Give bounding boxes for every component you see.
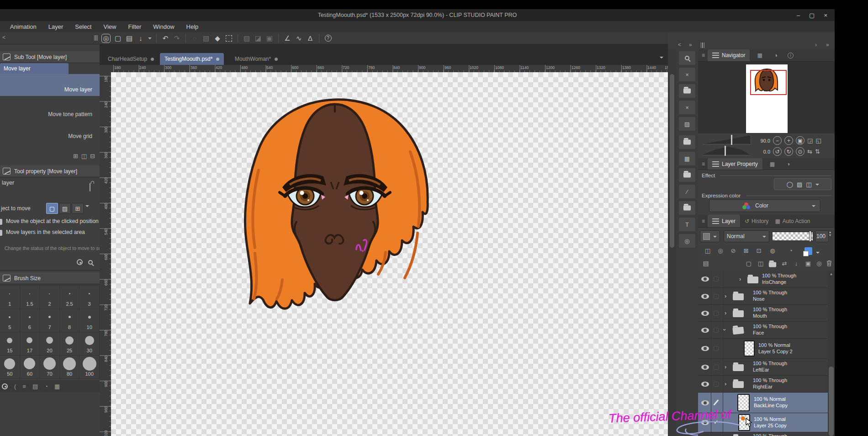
tab-layer[interactable]: Layer — [708, 215, 740, 227]
folder-3-icon[interactable] — [679, 201, 695, 215]
expand-arrow-icon[interactable]: › — [725, 309, 726, 316]
merge-with-lower-layer-icon[interactable]: ↓ — [791, 259, 801, 268]
duplicate-subtool-icon[interactable]: ◫ — [81, 153, 87, 160]
menu-filter[interactable]: Filter — [128, 23, 141, 30]
rotate-cw-icon[interactable]: ↻ — [784, 147, 793, 156]
effect-dropdown-icon[interactable] — [815, 184, 819, 187]
new-folder-icon[interactable] — [679, 84, 695, 98]
brush-size-cell[interactable]: 70 — [40, 356, 60, 379]
save-icon[interactable]: ↓ — [137, 34, 145, 43]
opacity-spinner[interactable]: ▴▾ — [829, 230, 831, 237]
layer-checkbox[interactable] — [714, 365, 719, 370]
drag-handle-icon[interactable] — [94, 35, 98, 41]
maximize-button[interactable]: ▢ — [809, 12, 815, 19]
minimize-button[interactable]: – — [797, 12, 800, 19]
tab-subview-icon[interactable]: ▦ — [752, 52, 767, 58]
subtool-item-move-layer[interactable]: Move layer — [0, 74, 100, 96]
ruler-range-icon[interactable]: ◔ — [786, 246, 796, 255]
approx-color-tab-icon[interactable]: ◔ — [44, 383, 48, 390]
move-tone-mode-button[interactable]: ▨ — [59, 203, 71, 214]
tab-quick-share-icon[interactable]: ◑ — [770, 52, 782, 58]
scroll-up-icon[interactable]: ▴ — [828, 271, 835, 276]
invert-selection-icon[interactable]: ◆ — [213, 34, 222, 43]
checkbox-partial-icon-2[interactable] — [0, 230, 2, 236]
dock-drag-handle-icon[interactable] — [701, 43, 704, 48]
brush-size-cell[interactable]: 6 — [20, 309, 40, 332]
visibility-eye-icon[interactable] — [701, 276, 709, 282]
show-all-settings-icon[interactable] — [88, 260, 93, 265]
visibility-eye-icon[interactable] — [701, 400, 709, 405]
layer-row-irischange[interactable]: › 100 % ThroughIrisChange — [698, 271, 828, 288]
brush-size-cell[interactable]: 5 — [0, 309, 20, 332]
delete-layer-trash-icon[interactable] — [824, 259, 834, 268]
new-canvas-icon[interactable]: ▢ — [114, 34, 122, 43]
brush-size-cell[interactable]: 2 — [40, 286, 60, 309]
brush-size-cell[interactable]: 1.5 — [20, 286, 40, 309]
menu-view[interactable]: View — [103, 23, 116, 30]
mode-dropdown-icon[interactable] — [85, 205, 89, 209]
undo-icon[interactable]: ↶ — [161, 34, 169, 43]
transfer-to-lower-layer-icon[interactable]: ⇄ — [779, 259, 789, 268]
fit-to-window-icon[interactable]: ▣ — [796, 136, 804, 145]
canvas[interactable] — [111, 72, 668, 436]
tab-auto-action[interactable]: ▦ Auto Action — [773, 218, 812, 224]
tab-layer-comp-icon[interactable]: ▦ — [765, 161, 779, 167]
layer-color-dropdown-icon[interactable] — [816, 252, 820, 255]
opacity-value[interactable]: 100 — [815, 230, 829, 242]
reset-all-settings-icon[interactable] — [77, 259, 83, 265]
dock-expand-icon[interactable]: » — [689, 42, 692, 48]
tab-navigator[interactable]: Navigator — [708, 49, 750, 61]
snap-special-ruler-icon[interactable]: ∿ — [295, 34, 303, 43]
visibility-eye-icon[interactable] — [701, 382, 709, 387]
palette-color-combo[interactable] — [700, 230, 720, 242]
doc-tab-mouthwoman[interactable]: MouthWoman* — [230, 53, 282, 65]
new-layer-folder-icon[interactable] — [767, 260, 778, 269]
move-layer-mode-button[interactable]: ▢ — [46, 203, 58, 214]
selection-mode-3-icon[interactable]: ▣ — [265, 34, 274, 43]
selection-mode-1-icon[interactable]: ▧ — [243, 34, 251, 43]
brush-size-cell[interactable]: 10 — [79, 309, 100, 332]
brush-size-cell[interactable]: 30 — [79, 332, 100, 356]
palette-menu-icon[interactable]: ≡ — [702, 52, 705, 58]
reset-rotation-icon[interactable]: ⊙ — [796, 147, 804, 156]
zoom-slider[interactable] — [701, 135, 751, 144]
rotate-ccw-icon[interactable]: ↺ — [773, 147, 782, 156]
canvas-vertical-scrollbar[interactable] — [668, 49, 676, 436]
new-vector-layer-icon[interactable]: ◫ — [756, 259, 766, 268]
help-icon[interactable]: ? — [325, 35, 332, 42]
layer-checkbox[interactable] — [714, 276, 719, 282]
delete-layer-icon[interactable]: × — [679, 68, 695, 81]
clip-to-layer-below-icon[interactable]: ◫ — [703, 246, 713, 255]
delete-selection-icon[interactable]: × — [679, 101, 695, 114]
layer-checkbox[interactable] — [714, 328, 719, 333]
dock-collapse-right-icon[interactable]: › — [815, 42, 817, 48]
layer-row-nose[interactable]: › 100 % ThroughNose — [698, 288, 828, 305]
color-slider-tab-icon[interactable]: ≡ — [22, 383, 26, 390]
doc-tab-charheadsetup[interactable]: CharHeadSetup — [103, 53, 159, 65]
layer-row-layer5copy2[interactable]: 100 % NormalLayer 5 Copy 2 — [698, 339, 828, 359]
add-subtool-icon[interactable]: ⊞ — [73, 153, 78, 160]
actual-size-icon[interactable]: ◲ — [807, 137, 813, 144]
lock-layer-icon[interactable]: ⊠ — [741, 246, 751, 255]
flip-vertical-icon[interactable]: ⇅ — [815, 148, 820, 155]
scrollbar-thumb[interactable] — [670, 74, 674, 248]
opacity-slider[interactable] — [772, 232, 813, 241]
apply-mask-icon[interactable]: ◎ — [814, 259, 824, 268]
reset-display-icon[interactable]: ◱ — [815, 137, 821, 144]
draft-layer-icon[interactable]: ⊘ — [728, 246, 738, 255]
menu-select[interactable]: Select — [75, 23, 91, 30]
menu-help[interactable]: Help — [186, 23, 199, 30]
layer-thumbnail[interactable] — [744, 340, 755, 356]
folder-2-icon[interactable] — [679, 168, 695, 182]
tab-close-dot-icon[interactable] — [216, 58, 219, 61]
folder-icon[interactable] — [679, 135, 695, 149]
open-file-icon[interactable]: ▤ — [125, 34, 133, 43]
zoom-value[interactable]: 90.0 — [757, 138, 770, 144]
expand-arrow-icon[interactable]: › — [739, 276, 741, 282]
delete-subtool-icon[interactable]: ⊟ — [90, 153, 95, 160]
edit-command-icon[interactable]: ∕ — [679, 185, 695, 198]
navigator-page-thumbnail[interactable] — [746, 64, 788, 133]
lock-transparent-pixels-icon[interactable]: ⊡ — [754, 246, 764, 255]
scrollbar-thumb[interactable] — [829, 367, 834, 436]
navigator-view-rectangle[interactable] — [750, 70, 787, 95]
